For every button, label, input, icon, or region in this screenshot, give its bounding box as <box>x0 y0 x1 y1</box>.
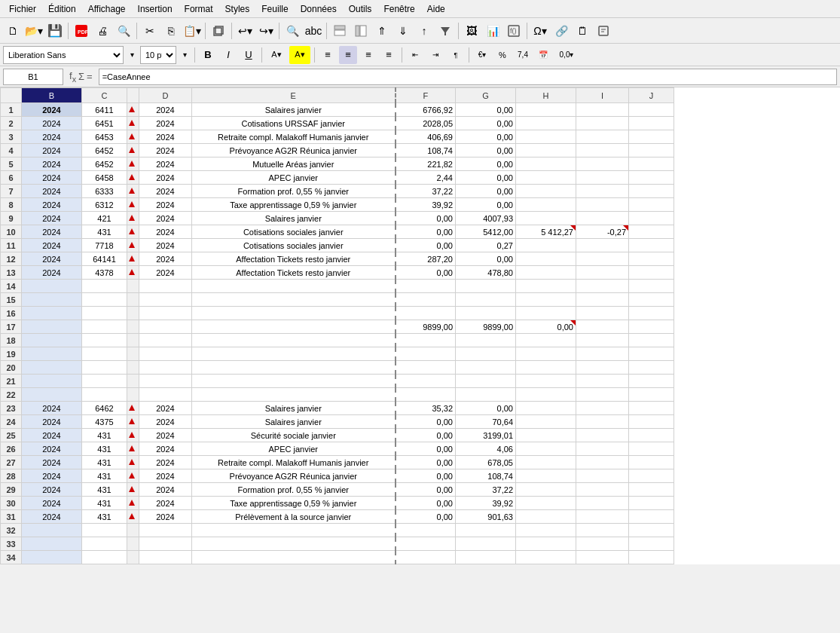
cell-H13[interactable] <box>516 266 576 280</box>
clone-button[interactable] <box>209 21 228 41</box>
cell-G20[interactable] <box>456 361 516 375</box>
cell-J20[interactable] <box>629 361 674 375</box>
cell-E13[interactable]: Affectation Tickets resto janvier <box>192 266 396 280</box>
cell-I7[interactable] <box>576 185 629 198</box>
cell-C28[interactable]: 431 <box>82 469 127 483</box>
cell-H2[interactable] <box>516 117 576 130</box>
cell-F22[interactable] <box>396 388 456 402</box>
cell-B24[interactable]: 2024 <box>22 415 82 429</box>
cell-G28[interactable]: 108,74 <box>456 469 516 483</box>
cell-C26[interactable]: 431 <box>82 442 127 456</box>
menu-insertion[interactable]: Insertion <box>132 2 179 16</box>
percent-button[interactable]: % <box>493 46 512 64</box>
cell-H19[interactable] <box>516 347 576 361</box>
print-button[interactable]: 🖨 <box>93 21 112 41</box>
cell-G26[interactable]: 4,06 <box>456 442 516 456</box>
cell-F29[interactable]: 0,00 <box>396 483 456 497</box>
cell-J16[interactable] <box>629 307 674 320</box>
cell-J8[interactable] <box>629 198 674 212</box>
cell-F9[interactable]: 0,00 <box>396 212 456 225</box>
cell-I28[interactable] <box>576 469 629 483</box>
cell-B32[interactable] <box>22 524 82 537</box>
cell-B31[interactable]: 2024 <box>22 510 82 524</box>
cell-I29[interactable] <box>576 483 629 497</box>
cell-B10[interactable]: 2024 <box>22 225 82 239</box>
cell-E25[interactable]: Sécurité sociale janvier <box>192 429 396 442</box>
formula-input[interactable] <box>99 69 837 85</box>
cell-E6[interactable]: APEC janvier <box>192 171 396 185</box>
cell-E34[interactable] <box>192 551 396 564</box>
cell-J32[interactable] <box>629 524 674 537</box>
cell-E18[interactable] <box>192 334 396 347</box>
decimal-button[interactable]: 7,4 <box>514 46 532 64</box>
cell-H31[interactable] <box>516 510 576 524</box>
cell-J13[interactable] <box>629 266 674 280</box>
cell-J25[interactable] <box>629 429 674 442</box>
cell-H14[interactable] <box>516 280 576 293</box>
cell-D29[interactable]: 2024 <box>139 483 192 497</box>
cell-I26[interactable] <box>576 442 629 456</box>
cell-I6[interactable] <box>576 171 629 185</box>
cell-D30[interactable]: 2024 <box>139 497 192 510</box>
cell-J22[interactable] <box>629 388 674 402</box>
cell-G11[interactable]: 0,27 <box>456 239 516 252</box>
cell-G8[interactable]: 0,00 <box>456 198 516 212</box>
cell-J26[interactable] <box>629 442 674 456</box>
cell-G6[interactable]: 0,00 <box>456 171 516 185</box>
cell-J15[interactable] <box>629 293 674 307</box>
cell-C23[interactable]: 6462 <box>82 402 127 415</box>
cell-J5[interactable] <box>629 157 674 171</box>
sort-desc-button[interactable]: ⇓ <box>393 21 413 41</box>
cell-C9[interactable]: 421 <box>82 212 127 225</box>
cell-J18[interactable] <box>629 334 674 347</box>
cell-D4[interactable]: 2024 <box>139 144 192 157</box>
cell-F16[interactable] <box>396 307 456 320</box>
cell-D24[interactable]: 2024 <box>139 415 192 429</box>
cell-E21[interactable] <box>192 375 396 388</box>
cell-H5[interactable] <box>516 157 576 171</box>
cell-C16[interactable] <box>82 307 127 320</box>
cell-D8[interactable]: 2024 <box>139 198 192 212</box>
cell-B13[interactable]: 2024 <box>22 266 82 280</box>
cell-G2[interactable]: 0,00 <box>456 117 516 130</box>
cell-E12[interactable]: Affectation Tickets resto janvier <box>192 252 396 266</box>
cell-E17[interactable] <box>192 320 396 334</box>
cell-H17[interactable]: 0,00 <box>516 320 576 334</box>
new-button[interactable]: 🗋 <box>3 21 23 41</box>
num-format-button[interactable]: 0,0▾ <box>554 46 579 64</box>
cell-F11[interactable]: 0,00 <box>396 239 456 252</box>
cell-D18[interactable] <box>139 334 192 347</box>
cell-F5[interactable]: 221,82 <box>396 157 456 171</box>
cell-I25[interactable] <box>576 429 629 442</box>
sort-asc2-button[interactable]: ↑ <box>414 21 434 41</box>
cell-J23[interactable] <box>629 402 674 415</box>
menu-feuille[interactable]: Feuille <box>255 2 294 16</box>
cell-H12[interactable] <box>516 252 576 266</box>
cell-D2[interactable]: 2024 <box>139 117 192 130</box>
cell-E28[interactable]: Prévoyance AG2R Réunica janvier <box>192 469 396 483</box>
find-button[interactable]: 🔍 <box>283 21 302 41</box>
cell-F24[interactable]: 0,00 <box>396 415 456 429</box>
cell-C4[interactable]: 6452 <box>82 144 127 157</box>
cell-J3[interactable] <box>629 130 674 144</box>
font-color-button[interactable]: A▾ <box>266 46 287 64</box>
cell-F21[interactable] <box>396 375 456 388</box>
col-header-C[interactable]: C <box>82 88 127 103</box>
preview-button[interactable]: 🔍 <box>114 21 133 41</box>
cell-F32[interactable] <box>396 524 456 537</box>
save-button[interactable]: 💾 <box>45 21 65 41</box>
cell-G5[interactable]: 0,00 <box>456 157 516 171</box>
cell-H21[interactable] <box>516 375 576 388</box>
cell-B26[interactable]: 2024 <box>22 442 82 456</box>
cell-B21[interactable] <box>22 375 82 388</box>
cell-B8[interactable]: 2024 <box>22 198 82 212</box>
cell-D6[interactable]: 2024 <box>139 171 192 185</box>
cell-B34[interactable] <box>22 551 82 564</box>
cell-B29[interactable]: 2024 <box>22 483 82 497</box>
cell-B14[interactable] <box>22 280 82 293</box>
cell-C27[interactable]: 431 <box>82 456 127 469</box>
cell-F30[interactable]: 0,00 <box>396 497 456 510</box>
cell-D21[interactable] <box>139 375 192 388</box>
cell-I31[interactable] <box>576 510 629 524</box>
menu-aide[interactable]: Aide <box>421 2 451 16</box>
